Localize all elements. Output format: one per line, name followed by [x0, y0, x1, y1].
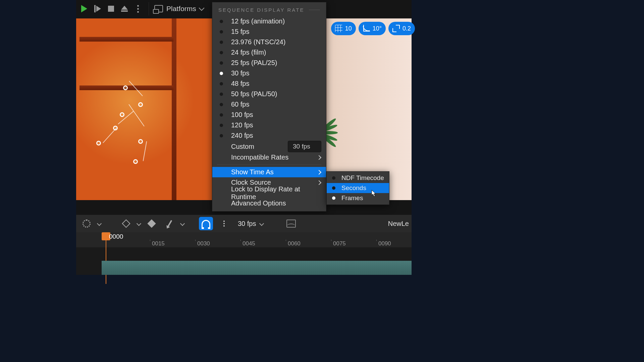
- snapping-options[interactable]: [217, 217, 231, 230]
- show-time-as-flyout: NDF Timecode Seconds Frames: [326, 171, 389, 205]
- toolbar-divider: [149, 2, 149, 15]
- angle-snap-toggle[interactable]: 10°: [359, 22, 386, 35]
- grid-snap-value: 10: [345, 25, 352, 32]
- angle-icon: [363, 25, 370, 32]
- play-button[interactable]: [79, 3, 90, 14]
- keyframe-icon: [122, 219, 130, 228]
- rate-option-23976[interactable]: 23.976 (NTSC/24): [212, 37, 326, 47]
- display-rate-menu: SEQUENCE DISPLAY RATE 12 fps (animation)…: [212, 2, 326, 212]
- chevron-down-icon[interactable]: [180, 221, 185, 226]
- time-format-ndf-timecode[interactable]: NDF Timecode: [327, 173, 389, 183]
- eject-button[interactable]: [119, 3, 130, 14]
- grid-icon: [335, 25, 342, 32]
- rate-option-48fps[interactable]: 48 fps: [212, 78, 326, 89]
- rate-option-25fps[interactable]: 25 fps (PAL/25): [212, 58, 326, 68]
- timeline-tick: 0015: [150, 240, 165, 247]
- key-filled-icon: [147, 219, 156, 228]
- rate-option-24fps[interactable]: 24 fps (film): [212, 47, 326, 58]
- curve-editor-button[interactable]: [284, 217, 298, 230]
- edit-mode-button[interactable]: [163, 217, 177, 230]
- stop-button[interactable]: [106, 3, 116, 14]
- rate-option-120fps[interactable]: 120 fps: [212, 120, 326, 130]
- lock-display-rate-option[interactable]: Lock to Display Rate at Runtime: [212, 188, 326, 198]
- timeline-track[interactable]: [102, 261, 412, 275]
- step-icon: [94, 5, 101, 12]
- timeline[interactable]: 0000 0015 0030 0045 0060 0075 0090: [76, 232, 412, 275]
- platforms-label: Platforms: [166, 5, 196, 13]
- gear-icon: [83, 220, 91, 228]
- settings-button[interactable]: [79, 217, 94, 230]
- advanced-options[interactable]: Advanced Options: [212, 198, 326, 208]
- expand-icon: [392, 25, 400, 32]
- chevron-right-icon: [317, 180, 321, 185]
- timeline-tick: 0075: [331, 240, 346, 247]
- platforms-icon: [154, 5, 163, 12]
- magnet-icon: [202, 220, 210, 227]
- menu-separator: [217, 165, 321, 165]
- fps-dropdown[interactable]: 30 fps: [235, 220, 266, 228]
- grid-snap-toggle[interactable]: 10: [331, 22, 356, 35]
- play-options-button[interactable]: [132, 3, 143, 14]
- stop-icon: [108, 6, 114, 12]
- show-time-as-submenu[interactable]: Show Time As: [212, 167, 326, 177]
- timeline-tick: 0090: [376, 240, 391, 247]
- sequence-name: NewLe: [388, 220, 409, 228]
- mouse-cursor: [371, 190, 377, 197]
- auto-key-button[interactable]: [145, 217, 159, 230]
- editor-frame: Platforms: [76, 0, 412, 275]
- scale-snap-toggle[interactable]: 0.2: [388, 22, 415, 35]
- chevron-down-icon[interactable]: [97, 221, 102, 226]
- pen-icon: [167, 220, 172, 227]
- chevron-down-icon[interactable]: [137, 221, 141, 226]
- viewport-overlay-toolbar: 10 10° 0.2: [331, 22, 415, 35]
- timeline-ruler[interactable]: 0000 0015 0030 0045 0060 0075 0090: [76, 232, 412, 247]
- time-format-frames[interactable]: Frames: [327, 193, 389, 203]
- eject-icon: [121, 6, 128, 12]
- rate-option-100fps[interactable]: 100 fps: [212, 110, 326, 120]
- time-format-seconds[interactable]: Seconds: [327, 183, 389, 193]
- sequencer-toolbar: 30 fps NewLe: [76, 215, 412, 232]
- angle-snap-value: 10°: [373, 25, 382, 32]
- timeline-tick: 0045: [240, 240, 255, 247]
- chevron-right-icon: [317, 170, 321, 174]
- chevron-down-icon: [259, 221, 264, 226]
- menu-dots-icon: [137, 5, 139, 13]
- menu-dots-icon: [223, 221, 225, 227]
- snapping-toggle[interactable]: [199, 217, 213, 230]
- rate-option-60fps[interactable]: 60 fps: [212, 99, 326, 110]
- rate-option-12fps[interactable]: 12 fps (animation): [212, 16, 326, 26]
- play-icon: [81, 5, 87, 12]
- rate-option-240fps[interactable]: 240 fps: [212, 130, 326, 141]
- chevron-down-icon: [199, 5, 204, 11]
- scale-snap-value: 0.2: [402, 25, 411, 32]
- keyframe-button[interactable]: [119, 217, 133, 230]
- step-button[interactable]: [92, 3, 103, 14]
- custom-fps-input[interactable]: 30 fps: [288, 141, 321, 152]
- menu-header: SEQUENCE DISPLAY RATE: [212, 2, 326, 16]
- incompatible-rates-submenu[interactable]: Incompatible Rates: [212, 152, 326, 163]
- chevron-right-icon: [317, 155, 321, 160]
- platforms-dropdown[interactable]: Platforms: [154, 5, 204, 13]
- timeline-tick: 0030: [195, 240, 210, 247]
- curve-icon: [286, 220, 296, 228]
- rate-option-custom[interactable]: Custom 30 fps: [212, 141, 326, 152]
- playhead-frame: 0000: [109, 233, 123, 240]
- timeline-tick: 0060: [286, 240, 301, 247]
- rate-option-30fps[interactable]: 30 fps: [212, 68, 326, 78]
- rate-option-15fps[interactable]: 15 fps: [212, 26, 326, 37]
- rate-option-50fps[interactable]: 50 fps (PAL/50): [212, 89, 326, 99]
